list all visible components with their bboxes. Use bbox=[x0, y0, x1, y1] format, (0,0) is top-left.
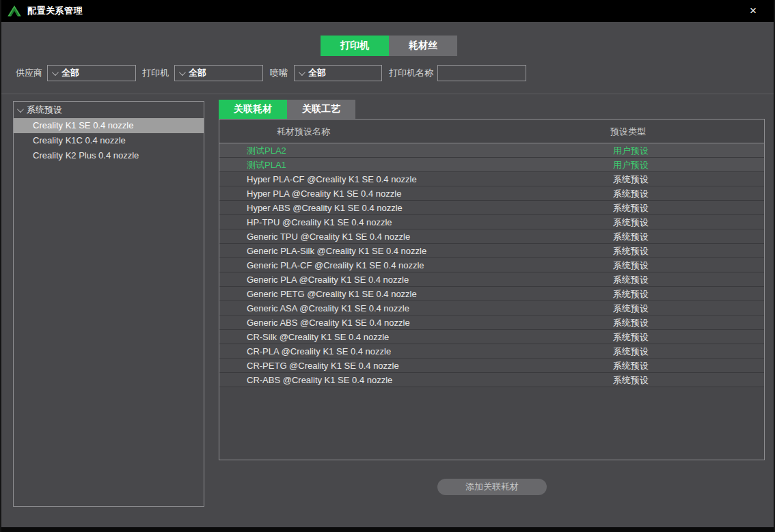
table-row[interactable]: Generic PLA-CF @Creality K1 SE 0.4 nozzl… bbox=[219, 258, 764, 272]
preset-type: 系统预设 bbox=[613, 359, 649, 373]
preset-type: 系统预设 bbox=[613, 373, 649, 387]
tree-group-system-presets[interactable]: 系统预设 bbox=[14, 102, 204, 118]
chevron-down-icon bbox=[179, 69, 186, 76]
tree-items: Creality K1 SE 0.4 nozzle Creality K1C 0… bbox=[14, 118, 204, 163]
preset-type: 系统预设 bbox=[613, 229, 649, 244]
printer-name-input[interactable] bbox=[437, 65, 526, 81]
printer-value: 全部 bbox=[189, 67, 206, 79]
table-row[interactable]: CR-ABS @Creality K1 SE 0.4 nozzle 系统预设 bbox=[219, 373, 764, 387]
column-header-name: 耗材预设名称 bbox=[277, 120, 330, 143]
filter-separator bbox=[1, 94, 774, 94]
close-button[interactable]: × bbox=[738, 0, 768, 22]
filament-preset-name: Hyper PLA-CF @Creality K1 SE 0.4 nozzle bbox=[247, 172, 417, 186]
preset-type: 系统预设 bbox=[613, 330, 649, 344]
preset-type: 系统预设 bbox=[613, 272, 649, 287]
filament-preset-name: Hyper ABS @Creality K1 SE 0.4 nozzle bbox=[247, 201, 403, 215]
tree-group-label: 系统预设 bbox=[27, 104, 62, 116]
filament-preset-name: CR-Silk @Creality K1 SE 0.4 nozzle bbox=[247, 330, 389, 344]
table-row[interactable]: CR-PLA @Creality K1 SE 0.4 nozzle 系统预设 bbox=[219, 344, 764, 359]
tree-item-printer-preset[interactable]: Creality K1C 0.4 nozzle bbox=[14, 133, 204, 148]
supplier-value: 全部 bbox=[62, 67, 79, 79]
tab-filament[interactable]: 耗材丝 bbox=[389, 36, 457, 56]
config-relationship-dialog: 配置关系管理 × 打印机 耗材丝 供应商 全部 打印机 全部 喷嘴 全部 打印机… bbox=[0, 0, 775, 532]
table-row[interactable]: Generic TPU @Creality K1 SE 0.4 nozzle 系… bbox=[219, 229, 764, 244]
filament-preset-name: Generic PLA-Silk @Creality K1 SE 0.4 noz… bbox=[247, 244, 426, 258]
table-row[interactable]: Hyper PLA-CF @Creality K1 SE 0.4 nozzle … bbox=[219, 172, 764, 186]
table-row[interactable]: 测试PLA2 用户预设 bbox=[219, 143, 764, 158]
filament-preset-name: Generic TPU @Creality K1 SE 0.4 nozzle bbox=[247, 229, 410, 244]
table-row[interactable]: Generic PLA @Creality K1 SE 0.4 nozzle 系… bbox=[219, 272, 764, 287]
table-row[interactable]: Hyper PLA @Creality K1 SE 0.4 nozzle 系统预… bbox=[219, 186, 764, 201]
table-header: 耗材预设名称 预设类型 bbox=[219, 120, 764, 143]
table-row[interactable]: CR-Silk @Creality K1 SE 0.4 nozzle 系统预设 bbox=[219, 330, 764, 344]
printer-tree-panel: 系统预设 Creality K1 SE 0.4 nozzle Creality … bbox=[13, 101, 204, 507]
table-row[interactable]: HP-TPU @Creality K1 SE 0.4 nozzle 系统预设 bbox=[219, 215, 764, 229]
preset-type: 系统预设 bbox=[613, 316, 649, 330]
printer-dropdown[interactable]: 全部 bbox=[174, 65, 263, 81]
filament-preset-name: CR-PETG @Creality K1 SE 0.4 nozzle bbox=[247, 359, 399, 373]
window-title: 配置关系管理 bbox=[27, 5, 83, 17]
preset-type: 系统预设 bbox=[613, 244, 649, 258]
table-row[interactable]: 测试PLA1 用户预设 bbox=[219, 158, 764, 172]
preset-type: 系统预设 bbox=[613, 301, 649, 316]
filament-preset-name: Generic PLA-CF @Creality K1 SE 0.4 nozzl… bbox=[247, 258, 424, 272]
filament-preset-name: 测试PLA2 bbox=[247, 143, 286, 158]
category-tabs: 打印机 耗材丝 bbox=[321, 36, 457, 56]
filament-preset-name: HP-TPU @Creality K1 SE 0.4 nozzle bbox=[247, 215, 392, 229]
filament-table-body: 测试PLA2 用户预设 测试PLA1 用户预设 Hyper PLA-CF @Cr… bbox=[219, 143, 764, 387]
filament-preset-name: CR-ABS @Creality K1 SE 0.4 nozzle bbox=[247, 373, 392, 387]
filament-preset-name: Generic PETG @Creality K1 SE 0.4 nozzle bbox=[247, 287, 417, 301]
filament-preset-name: 测试PLA1 bbox=[247, 158, 286, 172]
association-tabs: 关联耗材 关联工艺 bbox=[219, 100, 355, 119]
tree-item-printer-preset[interactable]: Creality K2 Plus 0.4 nozzle bbox=[14, 148, 204, 163]
printer-label: 打印机 bbox=[142, 65, 169, 81]
preset-type: 系统预设 bbox=[613, 344, 649, 359]
chevron-down-icon bbox=[52, 69, 59, 76]
supplier-label: 供应商 bbox=[16, 65, 42, 81]
table-row[interactable]: CR-PETG @Creality K1 SE 0.4 nozzle 系统预设 bbox=[219, 359, 764, 373]
preset-type: 系统预设 bbox=[613, 172, 649, 186]
filament-preset-name: CR-PLA @Creality K1 SE 0.4 nozzle bbox=[247, 344, 391, 359]
add-associated-filament-button[interactable]: 添加关联耗材 bbox=[437, 479, 547, 495]
filament-preset-name: Generic ASA @Creality K1 SE 0.4 nozzle bbox=[247, 301, 409, 316]
preset-type: 系统预设 bbox=[613, 287, 649, 301]
nozzle-value: 全部 bbox=[308, 67, 326, 79]
preset-type: 系统预设 bbox=[613, 186, 649, 201]
tab-printer[interactable]: 打印机 bbox=[321, 36, 389, 56]
tab-associated-process[interactable]: 关联工艺 bbox=[287, 100, 355, 119]
preset-type: 用户预设 bbox=[613, 158, 649, 172]
filter-row: 供应商 全部 打印机 全部 喷嘴 全部 打印机名称 bbox=[1, 65, 774, 81]
filament-preset-name: Generic ABS @Creality K1 SE 0.4 nozzle bbox=[247, 316, 410, 330]
table-row[interactable]: Generic PLA-Silk @Creality K1 SE 0.4 noz… bbox=[219, 244, 764, 258]
filament-preset-name: Hyper PLA @Creality K1 SE 0.4 nozzle bbox=[247, 186, 401, 201]
printer-name-label: 打印机名称 bbox=[389, 65, 433, 81]
table-row[interactable]: Hyper ABS @Creality K1 SE 0.4 nozzle 系统预… bbox=[219, 201, 764, 215]
nozzle-label: 喷嘴 bbox=[270, 65, 288, 81]
tab-associated-filament[interactable]: 关联耗材 bbox=[219, 100, 287, 119]
table-row[interactable]: Generic ABS @Creality K1 SE 0.4 nozzle 系… bbox=[219, 316, 764, 330]
table-row[interactable]: Generic ASA @Creality K1 SE 0.4 nozzle 系… bbox=[219, 301, 764, 316]
chevron-down-icon bbox=[299, 69, 305, 76]
title-bar: 配置关系管理 × bbox=[0, 0, 775, 22]
column-header-type: 预设类型 bbox=[610, 120, 646, 143]
preset-type: 系统预设 bbox=[613, 215, 649, 229]
nozzle-dropdown[interactable]: 全部 bbox=[294, 65, 382, 81]
filament-preset-table: 耗材预设名称 预设类型 测试PLA2 用户预设 测试PLA1 用户预设 Hype… bbox=[219, 119, 765, 460]
tree-item-printer-preset[interactable]: Creality K1 SE 0.4 nozzle bbox=[14, 118, 204, 133]
preset-type: 用户预设 bbox=[613, 143, 649, 158]
preset-type: 系统预设 bbox=[613, 258, 649, 272]
table-row[interactable]: Generic PETG @Creality K1 SE 0.4 nozzle … bbox=[219, 287, 764, 301]
app-logo-icon bbox=[7, 5, 22, 17]
chevron-down-icon bbox=[17, 106, 24, 113]
preset-type: 系统预设 bbox=[613, 201, 649, 215]
window-bottom-edge bbox=[0, 527, 775, 532]
supplier-dropdown[interactable]: 全部 bbox=[47, 65, 136, 81]
filament-preset-name: Generic PLA @Creality K1 SE 0.4 nozzle bbox=[247, 272, 409, 287]
